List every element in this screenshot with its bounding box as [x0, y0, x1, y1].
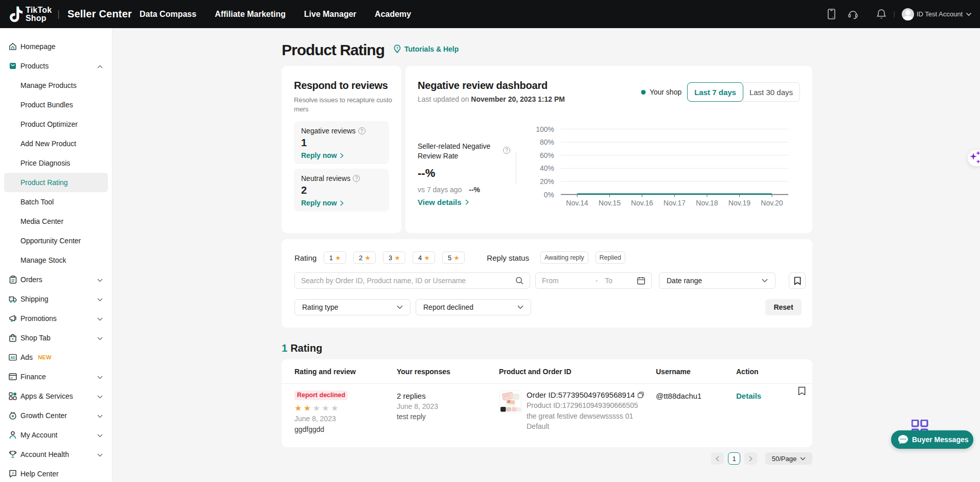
svg-text:?: ? — [396, 46, 399, 51]
svg-text:40%: 40% — [540, 164, 554, 172]
svg-text:60%: 60% — [540, 151, 554, 159]
svg-text:?: ? — [12, 471, 14, 476]
svg-text:Nov.19: Nov.19 — [728, 199, 751, 207]
svg-text:Nov.14: Nov.14 — [566, 199, 588, 207]
svg-text:AD: AD — [10, 356, 15, 359]
svg-text:Nov.20: Nov.20 — [761, 199, 783, 207]
svg-text:Nov.15: Nov.15 — [599, 199, 621, 207]
svg-text:Nov.16: Nov.16 — [631, 199, 653, 207]
svg-text:Nov.17: Nov.17 — [664, 199, 686, 207]
svg-text:100%: 100% — [536, 125, 554, 133]
svg-text:20%: 20% — [540, 177, 554, 186]
svg-text:Nov.18: Nov.18 — [696, 199, 718, 207]
svg-text:0%: 0% — [544, 191, 554, 199]
svg-text:80%: 80% — [540, 138, 554, 146]
